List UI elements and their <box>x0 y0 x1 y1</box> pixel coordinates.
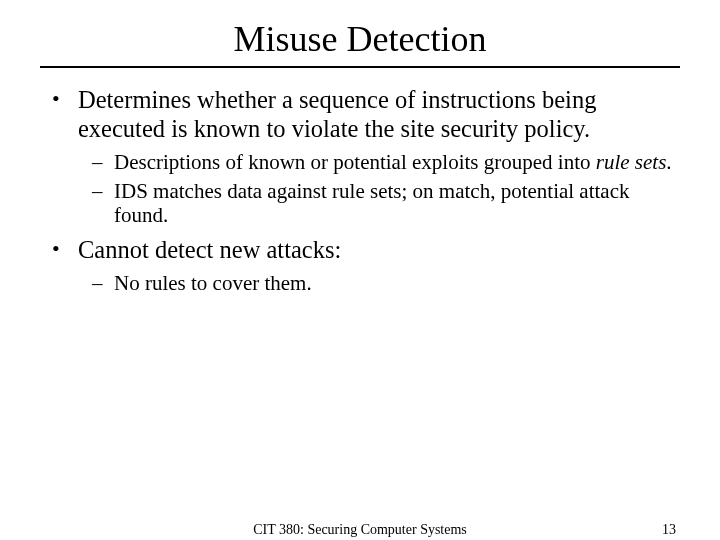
bullet-text: Descriptions of known or potential explo… <box>114 150 596 174</box>
footer-page-number: 13 <box>662 522 676 538</box>
slide-title: Misuse Detection <box>40 18 680 60</box>
footer-course: CIT 380: Securing Computer Systems <box>253 522 467 538</box>
bullet-list-level2: Descriptions of known or potential explo… <box>78 150 680 228</box>
bullet-list-level2: No rules to cover them. <box>78 271 680 296</box>
bullet-text: Cannot detect new attacks: <box>78 236 341 263</box>
bullet-text: IDS matches data against rule sets; on m… <box>114 179 630 228</box>
bullet-text: No rules to cover them. <box>114 271 312 295</box>
bullet-item: Descriptions of known or potential explo… <box>78 150 680 175</box>
bullet-text: Determines whether a sequence of instruc… <box>78 86 596 142</box>
bullet-item: No rules to cover them. <box>78 271 680 296</box>
bullet-item: IDS matches data against rule sets; on m… <box>78 179 680 229</box>
bullet-text: . <box>666 150 671 174</box>
slide: Misuse Detection Determines whether a se… <box>0 0 720 540</box>
bullet-list-level1: Determines whether a sequence of instruc… <box>40 86 680 296</box>
bullet-item: Cannot detect new attacks: No rules to c… <box>40 236 680 296</box>
bullet-item: Determines whether a sequence of instruc… <box>40 86 680 228</box>
emphasis: rule sets <box>596 150 667 174</box>
title-rule <box>40 66 680 68</box>
slide-content: Determines whether a sequence of instruc… <box>40 86 680 296</box>
